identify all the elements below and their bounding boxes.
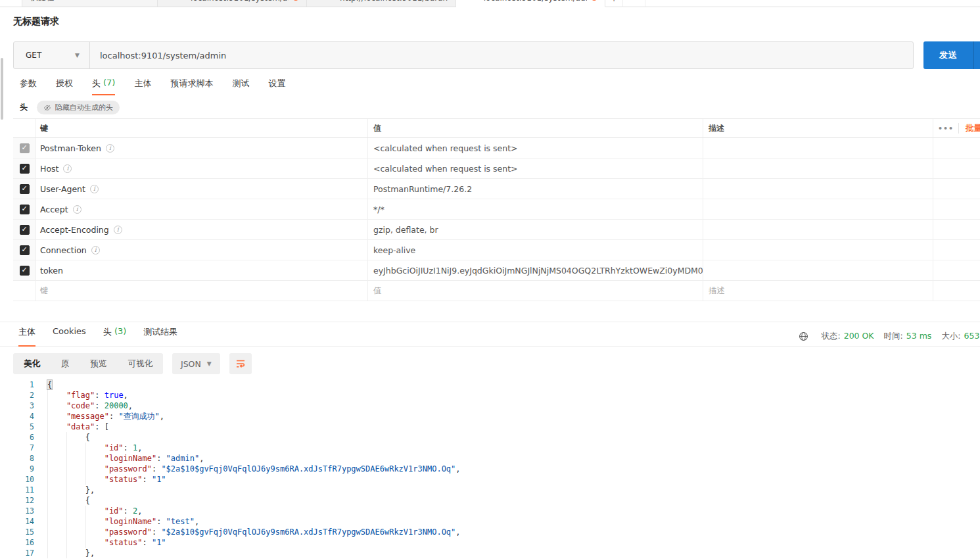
header-description[interactable]: [703, 158, 933, 178]
section-tab[interactable]: 测试结果: [143, 326, 177, 347]
eye-off-icon: [43, 104, 51, 112]
header-row-checkbox[interactable]: [20, 164, 30, 174]
new-key-input[interactable]: 键: [40, 285, 49, 297]
header-row-checkbox[interactable]: [20, 225, 30, 235]
header-row-checkbox[interactable]: [20, 205, 30, 214]
code-line: 4 "message": "查询成功",: [0, 411, 980, 422]
code-line: 1 {: [0, 379, 980, 390]
section-tab[interactable]: 预请求脚本: [170, 78, 213, 95]
scratchpad-tab[interactable]: 快捷栏: [22, 0, 158, 7]
line-number: 5: [0, 422, 34, 432]
view-mode-button[interactable]: 可视化: [118, 353, 164, 374]
new-value-input[interactable]: 值: [373, 285, 382, 297]
line-number: 17: [0, 548, 34, 558]
header-row-checkbox[interactable]: [20, 245, 30, 255]
new-description-input[interactable]: 描述: [709, 285, 725, 297]
header-value[interactable]: PostmanRuntime/7.26.2: [368, 179, 703, 199]
bulk-edit-button[interactable]: 批量编辑: [959, 123, 980, 134]
url-input[interactable]: localhost:9101/system/admin: [90, 42, 913, 68]
line-content: "loginName": "admin",: [47, 453, 204, 464]
section-tab[interactable]: Cookies: [53, 326, 86, 347]
header-value[interactable]: <calculated when request is sent>: [368, 138, 703, 158]
line-content: {: [47, 495, 90, 506]
section-tab[interactable]: 主体: [18, 326, 35, 347]
line-number: 13: [0, 506, 34, 516]
method-value: GET: [26, 51, 41, 60]
column-description: 描述: [703, 119, 933, 137]
method-select[interactable]: GET ▼: [14, 42, 90, 68]
header-value[interactable]: <calculated when request is sent>: [368, 158, 703, 178]
header-description[interactable]: [703, 260, 933, 280]
header-row: Accept i */*: [13, 199, 980, 220]
new-row-checkbox-cell: [13, 281, 36, 301]
response-body-viewer[interactable]: 1 { 2 "flag": true, 3 "code": 20000, 4 "…: [0, 379, 980, 559]
section-tab[interactable]: 授权: [56, 78, 73, 95]
info-icon: i: [91, 246, 100, 255]
header-description[interactable]: [703, 240, 933, 260]
section-tab[interactable]: 主体: [134, 78, 151, 95]
header-row: User-Agent i PostmanRuntime/7.26.2: [13, 179, 980, 199]
code-line: 10 "status": "1": [0, 474, 980, 485]
section-tab[interactable]: 头 (3): [103, 326, 126, 347]
format-select[interactable]: JSON ▼: [172, 353, 220, 374]
new-tab-button[interactable]: +: [605, 0, 623, 7]
section-tab[interactable]: 测试: [232, 78, 249, 95]
hide-autogenerated-toggle[interactable]: 隐藏自动生成的头: [37, 101, 120, 114]
header-value[interactable]: */*: [368, 199, 703, 219]
header-row: Connection i keep-alive: [13, 240, 980, 260]
request-tab-title: localhost:9101/system/admin: [484, 0, 587, 3]
network-globe-icon[interactable]: [799, 331, 808, 341]
send-options-button[interactable]: ▼: [974, 41, 980, 69]
view-mode-button[interactable]: 美化: [13, 353, 51, 374]
header-key[interactable]: User-Agent: [40, 184, 85, 194]
view-mode-button[interactable]: 预览: [80, 353, 118, 374]
section-tab[interactable]: 参数: [20, 78, 37, 95]
left-scrollbar[interactable]: [1, 58, 3, 120]
header-row-checkbox[interactable]: [20, 184, 30, 194]
headers-rows: Postman-Token i <calculated when request…: [13, 138, 980, 281]
header-key[interactable]: Accept-Encoding: [40, 225, 109, 235]
line-number: 10: [0, 474, 34, 485]
request-tab-method: POST: [315, 0, 335, 1]
header-key[interactable]: Postman-Token: [40, 143, 101, 153]
header-value[interactable]: keep-alive: [368, 240, 703, 260]
request-tab[interactable]: POST http://localhost:9011/barand/...: [307, 0, 456, 7]
scratchpad-tab-label: 快捷栏: [30, 0, 54, 3]
header-value[interactable]: gzip, deflate, br: [368, 220, 703, 239]
header-description[interactable]: [703, 220, 933, 239]
send-button[interactable]: 发送 ▼: [923, 41, 980, 69]
header-key[interactable]: Accept: [40, 205, 68, 214]
header-description[interactable]: [703, 199, 933, 219]
section-tab[interactable]: 设置: [268, 78, 285, 95]
code-line: 16 "status": "1": [0, 537, 980, 548]
size-badge[interactable]: 大小: 653 B: [941, 331, 980, 342]
response-divider: [0, 322, 980, 322]
line-number: 7: [0, 443, 34, 453]
line-number: 6: [0, 432, 34, 443]
header-key[interactable]: token: [40, 266, 63, 276]
info-icon: i: [114, 226, 122, 234]
tab-options-button[interactable]: •••: [623, 0, 645, 7]
hide-autogenerated-label: 隐藏自动生成的头: [55, 103, 113, 112]
section-tab-label: 参数: [20, 78, 37, 89]
new-header-row: 键 值 描述: [13, 281, 980, 301]
header-key[interactable]: Connection: [40, 245, 87, 255]
request-tab-title: http://localhost:9011/barand/...: [340, 0, 448, 3]
header-key[interactable]: Host: [40, 164, 58, 174]
time-badge[interactable]: 时间: 53 ms: [884, 331, 932, 342]
request-tab[interactable]: GET localhost:9101/system/admin: [456, 0, 605, 7]
status-badge[interactable]: 状态: 200 OK: [821, 331, 874, 342]
header-description[interactable]: [703, 138, 933, 158]
select-all-cell: [13, 119, 36, 137]
line-content: "status": "1": [47, 474, 166, 485]
section-tab[interactable]: 头 (7): [92, 78, 115, 95]
header-row-checkbox[interactable]: [20, 266, 30, 276]
header-value[interactable]: eyJhbGciOiJIUzI1NiJ9.eyJqdGkiOiJmNGJlNjN…: [368, 260, 703, 280]
header-row-checkbox[interactable]: [20, 143, 30, 153]
request-tab[interactable]: POST localhost:9101/system/admin/...: [158, 0, 307, 7]
headers-more-button[interactable]: •••: [933, 124, 958, 133]
view-mode-button[interactable]: 原: [51, 353, 80, 374]
response-tabs: 主体 Cookies 头 (3) 测试结果: [18, 326, 177, 347]
header-description[interactable]: [703, 179, 933, 199]
wrap-lines-button[interactable]: [229, 353, 252, 374]
